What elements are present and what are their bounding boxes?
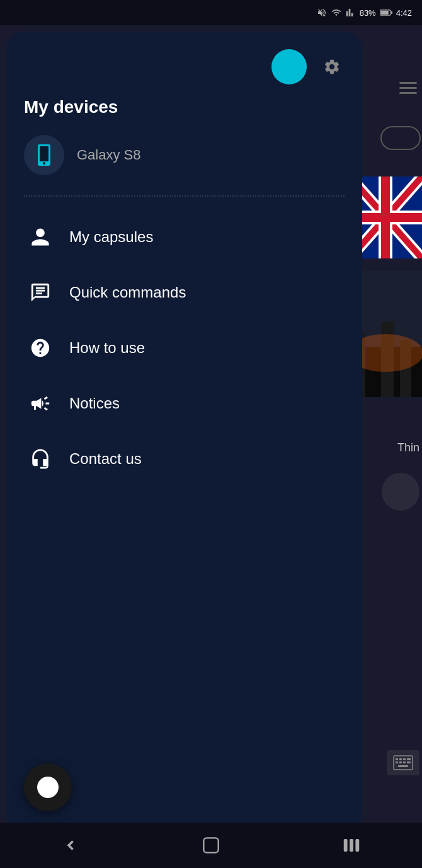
back-button[interactable] <box>52 826 89 864</box>
my-capsules-label: My capsules <box>69 228 153 246</box>
my-capsules-icon-container <box>26 223 54 251</box>
menu-item-contact-us[interactable]: Contact us <box>19 431 350 487</box>
peek-circle <box>382 473 419 511</box>
notices-icon-container <box>26 390 54 417</box>
header-top-row <box>24 49 345 84</box>
svg-rect-25 <box>403 761 406 763</box>
status-bar: 83% 4:42 <box>0 0 422 25</box>
how-to-use-label: How to use <box>69 339 145 357</box>
phone-icon <box>35 144 53 166</box>
svg-rect-2 <box>380 11 389 14</box>
device-item[interactable]: Galaxy S8 <box>24 135 345 175</box>
home-button[interactable] <box>192 826 230 864</box>
quick-commands-label: Quick commands <box>69 284 186 301</box>
svg-rect-22 <box>407 758 411 760</box>
device-name: Galaxy S8 <box>77 147 141 163</box>
divider <box>24 195 345 197</box>
help-icon <box>30 337 51 359</box>
contact-us-label: Contact us <box>69 450 142 468</box>
svg-point-30 <box>43 162 45 165</box>
svg-rect-34 <box>356 840 359 852</box>
svg-rect-29 <box>40 146 48 161</box>
signal-icon <box>346 8 356 18</box>
svg-rect-20 <box>399 758 402 760</box>
wifi-icon <box>331 8 342 18</box>
headphones-icon <box>30 448 51 470</box>
battery-icon <box>380 8 392 17</box>
battery-text: 83% <box>360 8 376 18</box>
keyboard-icon <box>387 750 419 775</box>
back-icon <box>62 836 79 854</box>
fab-button[interactable] <box>24 763 72 811</box>
svg-rect-33 <box>350 840 353 852</box>
drawer-header: My devices Galaxy S8 <box>6 32 362 209</box>
svg-rect-31 <box>203 838 218 852</box>
contact-us-icon-container <box>26 445 54 473</box>
device-icon-bg <box>24 135 64 175</box>
peek-label: Thin <box>397 441 419 454</box>
notices-label: Notices <box>69 395 120 412</box>
svg-rect-23 <box>396 761 398 763</box>
home-icon <box>202 836 220 854</box>
svg-rect-24 <box>399 761 402 763</box>
megaphone-icon <box>30 393 51 414</box>
mute-icon <box>317 8 327 18</box>
settings-button[interactable] <box>319 54 345 79</box>
toggle-switch <box>380 126 421 150</box>
menu-item-how-to-use[interactable]: How to use <box>19 320 350 376</box>
svg-rect-1 <box>391 11 392 14</box>
svg-rect-27 <box>398 765 408 767</box>
svg-rect-21 <box>403 758 406 760</box>
gear-icon <box>323 58 341 76</box>
quick-commands-icon-container <box>26 279 54 306</box>
bottom-navigation <box>0 823 422 868</box>
main-drawer: My devices Galaxy S8 My capsules <box>6 32 362 832</box>
hamburger-icon <box>399 82 417 94</box>
menu-item-my-capsules[interactable]: My capsules <box>19 209 350 265</box>
avatar[interactable] <box>271 49 307 84</box>
svg-rect-26 <box>407 761 411 763</box>
recents-button[interactable] <box>333 826 370 864</box>
quick-commands-icon <box>30 282 51 303</box>
recents-icon <box>343 836 360 854</box>
time-text: 4:42 <box>396 8 412 18</box>
person-capsule-icon <box>30 226 51 248</box>
fab-inner-circle <box>37 777 59 798</box>
menu-list: My capsules Quick commands How to use <box>6 209 362 487</box>
svg-rect-32 <box>345 840 348 852</box>
svg-rect-19 <box>396 758 398 760</box>
how-to-use-icon-container <box>26 334 54 362</box>
menu-item-notices[interactable]: Notices <box>19 376 350 431</box>
status-icons: 83% 4:42 <box>317 8 412 18</box>
menu-item-quick-commands[interactable]: Quick commands <box>19 265 350 320</box>
my-devices-title: My devices <box>24 97 345 117</box>
